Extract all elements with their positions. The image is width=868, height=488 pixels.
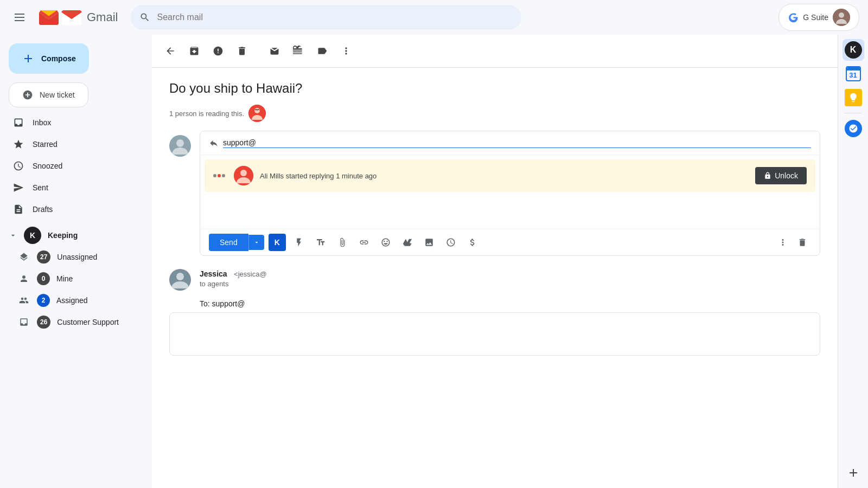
send-button[interactable]: Send: [209, 234, 248, 251]
compose-label: Compose: [41, 54, 76, 63]
top-header: Gmail G Suite: [0, 0, 868, 35]
new-ticket-button[interactable]: New ticket: [9, 82, 88, 107]
unlock-label: Unlock: [775, 171, 798, 180]
reply-to-input[interactable]: [223, 138, 318, 147]
composer-person-icon: [169, 135, 191, 157]
right-sidebar: K 31: [838, 35, 868, 488]
dot-3: [222, 174, 225, 177]
svg-point-5: [839, 12, 844, 18]
format-text-icon: [316, 237, 326, 247]
header-right: G Suite: [778, 4, 859, 31]
reading-text: 1 person is reading this.: [169, 110, 244, 118]
new-ticket-icon: [22, 89, 33, 100]
format-button[interactable]: [312, 234, 329, 251]
spam-button[interactable]: [208, 41, 228, 61]
add-panel-button[interactable]: [843, 462, 864, 484]
move-icon: [293, 46, 304, 56]
more-vert-icon: [341, 46, 352, 56]
photo-button[interactable]: [420, 234, 438, 251]
sender-to: to agents: [200, 280, 820, 288]
search-input[interactable]: [157, 12, 513, 22]
lightbulb-icon: [845, 89, 862, 106]
svg-point-11: [240, 170, 247, 176]
content-area: Do you ship to Hawaii? 1 person is readi…: [152, 35, 838, 488]
compose-more-button[interactable]: [774, 234, 792, 251]
sidebar-item-snoozed[interactable]: Snoozed: [0, 155, 143, 177]
svg-rect-1: [15, 17, 24, 18]
send-dropdown-button[interactable]: [248, 235, 264, 250]
sidebar-item-customer-support[interactable]: 26 Customer Support: [0, 311, 143, 333]
tasks-button[interactable]: [843, 118, 864, 139]
keep-button[interactable]: [843, 87, 864, 108]
sidebar-item-unassigned[interactable]: 27 Unassigned: [0, 246, 143, 268]
sidebar-item-inbox[interactable]: Inbox: [0, 112, 143, 133]
calendar-icon: 31: [846, 66, 861, 81]
compose-plus-icon: [22, 52, 35, 65]
sidebar: Compose New ticket Inbox Starr: [0, 35, 152, 488]
clock-compose-button[interactable]: [442, 234, 459, 251]
dollar-button[interactable]: [464, 234, 481, 251]
inbox-icon: [13, 117, 24, 128]
calendar-button[interactable]: 31: [843, 63, 864, 85]
reply-to-container[interactable]: [223, 138, 811, 148]
search-icon: [139, 12, 150, 23]
plus-icon: [22, 52, 35, 65]
svg-point-13: [176, 273, 184, 280]
new-ticket-label: New ticket: [40, 91, 75, 99]
more-button[interactable]: [336, 41, 356, 61]
back-button[interactable]: [161, 41, 180, 61]
sender-name: Jessica: [200, 269, 227, 278]
collision-text: Ali Mills started replying 1 minute ago: [260, 172, 749, 180]
sidebar-item-drafts[interactable]: Drafts: [0, 198, 143, 220]
reading-person-icon: [248, 105, 266, 122]
customer-support-badge: 26: [37, 316, 50, 329]
tasks-icon: [845, 120, 862, 137]
message-row: Jessica <jessica@ to agents: [169, 265, 820, 295]
sidebar-item-starred[interactable]: Starred: [0, 133, 143, 155]
label-button[interactable]: [312, 41, 332, 61]
add-plus-icon: [847, 466, 860, 479]
compose-trash-button[interactable]: [794, 234, 811, 251]
flash-button[interactable]: [290, 234, 308, 251]
inbox-tray-icon: [17, 316, 30, 329]
collision-avatar: [234, 166, 253, 185]
lock-icon: [764, 172, 771, 179]
gmail-icon2: [61, 9, 82, 25]
delete-button[interactable]: [232, 41, 252, 61]
clock-icon: [13, 160, 24, 171]
main-nav: Inbox Starred Snoozed Sent: [0, 112, 152, 220]
mark-unread-button[interactable]: [265, 41, 284, 61]
customer-support-label: Customer Support: [57, 318, 119, 326]
jessica-avatar: [169, 269, 191, 291]
compose-button[interactable]: Compose: [9, 43, 89, 74]
sidebar-item-assigned[interactable]: 2 Assigned: [0, 290, 143, 311]
svg-rect-2: [15, 20, 24, 21]
sidebar-item-sent[interactable]: Sent: [0, 177, 143, 198]
keeping-header[interactable]: K Keeping: [0, 224, 152, 246]
drive-button[interactable]: [399, 234, 416, 251]
gsuite-button[interactable]: G Suite: [778, 4, 859, 31]
emoji-button[interactable]: [377, 234, 394, 251]
search-bar[interactable]: [131, 5, 521, 30]
link-button[interactable]: [355, 234, 373, 251]
sent-label: Sent: [33, 183, 48, 192]
main-layout: Compose New ticket Inbox Starr: [0, 35, 868, 488]
email-content-area: Do you ship to Hawaii? 1 person is readi…: [152, 68, 838, 488]
header-avatar: [833, 9, 850, 26]
trash-icon: [797, 237, 807, 247]
attach-button[interactable]: [334, 234, 351, 251]
google-g-icon: [788, 12, 799, 23]
keeping-section: K Keeping 27 Unassigned: [0, 224, 152, 333]
draft-icon: [13, 204, 24, 215]
gmail-m-icon: [39, 10, 59, 25]
unlock-button[interactable]: Unlock: [755, 167, 807, 184]
layers-icon: [17, 251, 30, 264]
sidebar-item-mine[interactable]: 0 Mine: [0, 268, 143, 290]
menu-button[interactable]: [9, 7, 30, 28]
keeping-panel-button[interactable]: K: [843, 39, 864, 61]
inbox-label: Inbox: [33, 118, 51, 127]
compose-body[interactable]: [200, 196, 820, 229]
move-button[interactable]: [289, 41, 308, 61]
keeping-send-button[interactable]: K: [269, 234, 286, 251]
archive-button[interactable]: [184, 41, 204, 61]
